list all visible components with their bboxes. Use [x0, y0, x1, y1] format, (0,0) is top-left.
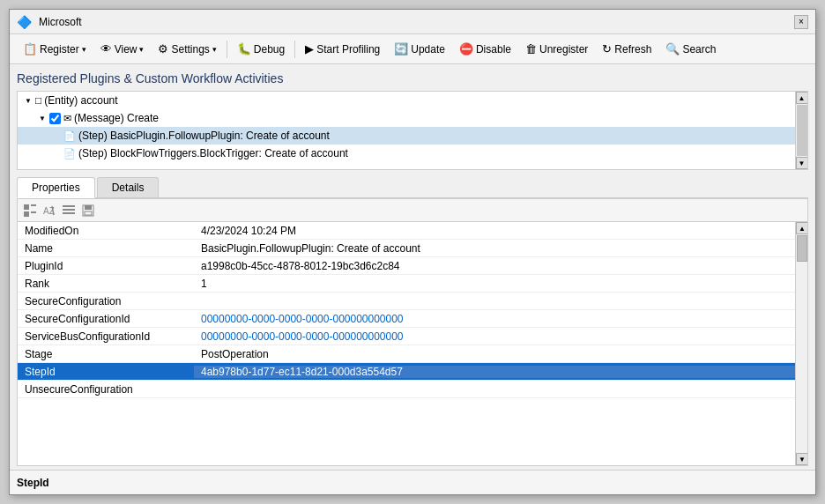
tree-item-entity-account[interactable]: ▼□(Entity) account [18, 92, 795, 109]
scroll-up-arrow[interactable]: ▲ [796, 92, 808, 104]
tree-expander-step-block[interactable] [49, 146, 63, 160]
prop-row-0[interactable]: ModifiedOn4/23/2024 10:24 PM [18, 222, 795, 240]
prop-row-7[interactable]: StagePostOperation [18, 345, 795, 363]
props-scroll-track [796, 234, 807, 453]
prop-value-0: 4/23/2024 10:24 PM [194, 225, 795, 237]
tab-details[interactable]: Details [97, 177, 160, 197]
tree-checkbox-message-create[interactable] [49, 113, 61, 124]
start-profiling-button[interactable]: ▶Start Profiling [299, 39, 386, 59]
tree-scroll-area: ▼□(Entity) account▼✉(Message) Create📄(St… [18, 92, 795, 162]
svg-rect-10 [85, 211, 92, 215]
view-button[interactable]: 👁View▾ [94, 39, 151, 59]
tree-item-step-block[interactable]: 📄(Step) BlockFlowTriggers.BlockTrigger: … [18, 145, 795, 162]
props-icon-list[interactable] [60, 202, 78, 219]
svg-rect-1 [31, 204, 36, 206]
prop-row-2[interactable]: PluginIda1998c0b-45cc-4878-8012-19bc3d6c… [18, 257, 795, 275]
prop-name-4: SecureConfiguration [18, 295, 194, 308]
props-table: ModifiedOn4/23/2024 10:24 PMNameBasicPlu… [18, 222, 795, 465]
scroll-thumb [797, 105, 807, 156]
prop-value-5[interactable]: 00000000-0000-0000-0000-000000000000 [194, 313, 795, 325]
props-area: AZ ModifiedOn4/23/2024 10:24 PMNameBasic… [17, 198, 808, 466]
tree-label-entity-account: (Entity) account [44, 94, 117, 107]
props-scroll-up[interactable]: ▲ [796, 222, 807, 234]
prop-value-8: 4ab978b0-1d77-ec11-8d21-000d3a554d57 [194, 366, 795, 378]
tree-icon-entity-account: □ [35, 94, 41, 107]
tab-properties[interactable]: Properties [17, 177, 95, 198]
tree-icon-message-create: ✉ [63, 113, 71, 124]
prop-name-3: Rank [18, 278, 194, 290]
prop-name-6: ServiceBusConfigurationId [18, 330, 194, 343]
title-bar-left: 🔷 Microsoft [17, 15, 82, 29]
prop-row-3[interactable]: Rank1 [18, 275, 795, 293]
props-scroll-thumb [797, 235, 807, 262]
prop-value-6[interactable]: 00000000-0000-0000-0000-000000000000 [194, 330, 795, 343]
tree-expander-entity-account[interactable]: ▼ [21, 93, 35, 107]
close-button[interactable]: × [794, 15, 808, 29]
svg-rect-2 [24, 211, 29, 217]
prop-row-6[interactable]: ServiceBusConfigurationId00000000-0000-0… [18, 328, 795, 345]
props-icon-save[interactable] [79, 202, 97, 219]
prop-row-9[interactable]: UnsecureConfiguration [18, 381, 795, 398]
debug-button[interactable]: 🐛Debug [231, 39, 291, 59]
tree-item-step-basic[interactable]: 📄(Step) BasicPlugin.FollowupPlugin: Crea… [18, 127, 795, 145]
tree-expander-step-basic[interactable] [49, 129, 63, 143]
tree-item-message-create[interactable]: ▼✉(Message) Create [18, 109, 795, 127]
props-icon-alpha[interactable]: AZ [41, 202, 58, 219]
main-window: 🔷 Microsoft × 📋Register▾👁View▾⚙Settings▾… [9, 9, 816, 495]
svg-rect-6 [63, 209, 75, 211]
props-scroll-wrapper: ModifiedOn4/23/2024 10:24 PMNameBasicPlu… [18, 222, 807, 465]
title-bar: 🔷 Microsoft × [10, 10, 815, 34]
prop-name-7: Stage [18, 348, 194, 360]
prop-name-1: Name [18, 242, 194, 255]
tree-scrollbar: ▲ ▼ [795, 92, 807, 169]
tree-container: ▼□(Entity) account▼✉(Message) Create📄(St… [17, 91, 808, 170]
prop-value-3: 1 [194, 278, 795, 290]
scroll-down-arrow[interactable]: ▼ [796, 157, 808, 169]
prop-row-4[interactable]: SecureConfiguration [18, 293, 795, 310]
tree-label-step-block: (Step) BlockFlowTriggers.BlockTrigger: C… [78, 147, 348, 159]
status-text: StepId [17, 477, 49, 489]
prop-name-8: StepId [18, 366, 194, 378]
tree-icon-step-basic: 📄 [63, 130, 76, 142]
tabs-bar: Properties Details [17, 177, 808, 198]
search-button[interactable]: 🔍Search [659, 39, 722, 59]
prop-value-2: a1998c0b-45cc-4878-8012-19bc3d6c2c84 [194, 260, 795, 272]
prop-value-1: BasicPlugin.FollowupPlugin: Create of ac… [194, 242, 795, 255]
prop-row-8[interactable]: StepId4ab978b0-1d77-ec11-8d21-000d3a554d… [18, 363, 795, 381]
props-scrollbar: ▲ ▼ [795, 222, 807, 465]
tree-expander-message-create[interactable]: ▼ [35, 111, 49, 125]
content-area: Registered Plugins & Custom Workflow Act… [10, 64, 815, 470]
prop-name-9: UnsecureConfiguration [18, 383, 194, 396]
svg-rect-5 [63, 205, 75, 207]
toolbar: 📋Register▾👁View▾⚙Settings▾🐛Debug▶Start P… [10, 34, 815, 64]
prop-row-1[interactable]: NameBasicPlugin.FollowupPlugin: Create o… [18, 240, 795, 257]
svg-rect-0 [24, 204, 29, 210]
svg-rect-9 [85, 205, 92, 210]
register-button[interactable]: 📋Register▾ [17, 39, 93, 59]
props-scroll-down[interactable]: ▼ [796, 453, 807, 465]
tree-icon-step-block: 📄 [63, 148, 76, 159]
prop-name-0: ModifiedOn [18, 225, 194, 237]
svg-rect-3 [31, 211, 36, 213]
props-icon-categorized[interactable] [21, 202, 39, 219]
update-button[interactable]: 🔄Update [388, 39, 451, 59]
prop-name-5: SecureConfigurationId [18, 313, 194, 325]
disable-button[interactable]: ⛔Disable [453, 39, 517, 59]
svg-rect-7 [63, 212, 75, 214]
window-icon: 🔷 [17, 15, 32, 29]
tree-label-message-create: (Message) Create [74, 112, 159, 124]
prop-value-7: PostOperation [194, 348, 795, 360]
status-bar: StepId [10, 470, 815, 494]
tree-label-step-basic: (Step) BasicPlugin.FollowupPlugin: Creat… [78, 130, 330, 142]
props-toolbar: AZ [18, 199, 807, 222]
window-title: Microsoft [39, 16, 82, 28]
refresh-button[interactable]: ↻Refresh [596, 39, 658, 59]
prop-row-5[interactable]: SecureConfigurationId00000000-0000-0000-… [18, 310, 795, 328]
unregister-button[interactable]: 🗑Unregister [519, 39, 594, 59]
prop-name-2: PluginId [18, 260, 194, 272]
settings-button[interactable]: ⚙Settings▾ [152, 39, 222, 59]
section-title: Registered Plugins & Custom Workflow Act… [17, 71, 808, 85]
